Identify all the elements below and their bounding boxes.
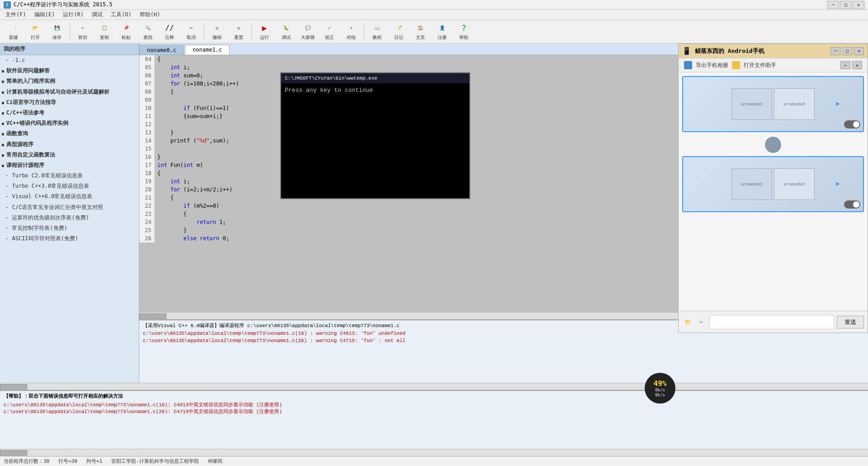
toolbar-sep1 (70, 23, 70, 40)
sidebar-item-software[interactable]: 软件应用问题解答 (0, 66, 139, 76)
sidebar-item-custom-funcs[interactable]: 常用自定义函数算法 (0, 150, 139, 160)
toggle-switch-2[interactable] (844, 200, 860, 209)
tutorial-icon: 📖 (372, 23, 382, 33)
sidebar-item-vc-errors[interactable]: VC++错误代码及程序实例 (0, 118, 139, 128)
sidebar-item-1c[interactable]: -1.c (0, 55, 139, 66)
run-icon: ▶ (259, 23, 270, 33)
console-body[interactable]: Press any key to continue (281, 83, 469, 198)
android-scissors-icon[interactable]: ✂ (696, 317, 707, 328)
toggle-switch-1[interactable] (844, 120, 860, 128)
status-line: 行号=30 (58, 458, 77, 465)
toolbar-copy-button[interactable]: 📋 复制 (94, 21, 114, 42)
app-icon: C (4, 1, 11, 9)
console-title-bar: C:\JMSOFT\CYuYan\bin\wwtemp.exe (281, 73, 469, 83)
cut-icon: ✂ (77, 23, 88, 33)
android-minimize-button[interactable]: ─ (830, 47, 840, 55)
android-close-button[interactable]: ✕ (854, 47, 864, 55)
toolbar-new-button[interactable]: 📄 新建 (4, 21, 24, 42)
sidebar-item-turbo-cpp3[interactable]: Turbo C++3.0常见错误信息表 (0, 181, 139, 191)
minimize-button[interactable]: ─ (827, 1, 839, 9)
debug-icon: 🐛 (281, 23, 292, 33)
android-toolbar: 导出手机相册 打开文件助手 ─ ✕ (679, 58, 868, 72)
toolbar-redo-button[interactable]: ↻ 重置 (229, 21, 249, 42)
redo-icon: ↻ (233, 23, 244, 33)
sidebar-item-typical[interactable]: 典型源程序 (0, 139, 139, 150)
help-line-2[interactable]: c:\users\86135\appdata\local\temp\temp77… (4, 408, 864, 415)
console-message: Press any key to continue (285, 87, 373, 94)
main-container: C C/C++程序设计学习与实验系统 2015.5 ─ □ ✕ 文件(F) 编辑… (0, 0, 868, 466)
android-send-button[interactable]: 发送 (837, 316, 864, 328)
bottom-h-scrollbar[interactable] (0, 449, 868, 456)
status-rows: 当前程序总行数：30 (4, 458, 49, 465)
menu-run[interactable]: 运行(R) (59, 10, 87, 19)
toolbar-sep2 (204, 23, 204, 40)
sidebar-item-functions[interactable]: 函数查询 (0, 128, 139, 139)
close-button[interactable]: ✕ (853, 1, 864, 9)
android-panel: 📱 鲸落东西的 Android手机 ─ □ ✕ 导出手机相册 打开文件助手 ─ … (678, 43, 868, 333)
sidebar-item-exam[interactable]: 计算机等级模拟考试与自动评分及试题解析 (0, 87, 139, 97)
toolbar-help-button[interactable]: ? 帮助 (454, 21, 474, 42)
sidebar-item-operators[interactable]: 运算符的优先级别次序表(免费) (0, 213, 139, 223)
maximize-button[interactable]: □ (840, 1, 852, 9)
toolbar-find-button[interactable]: 🔍 查找 (138, 21, 158, 42)
toolbar-cancel-button[interactable]: ↩ 取消 (181, 21, 201, 42)
title-bar-controls: ─ □ ✕ (827, 1, 864, 9)
toolbar-save-button[interactable]: 💾 保存 (47, 21, 67, 42)
toolbar-undo-button[interactable]: ↺ 撤销 (207, 21, 227, 42)
menu-tools[interactable]: 工具(O) (107, 10, 135, 19)
sidebar-item-course-design[interactable]: 课程设计源程序 (0, 160, 139, 171)
toolbar-diary-button[interactable]: 📝 日记 (389, 21, 409, 42)
toolbar-chat-button[interactable]: 💬 大家聊 (298, 21, 318, 42)
toolbar-comment-button[interactable]: // 注释 (160, 21, 179, 42)
save-icon: 💾 (52, 23, 62, 33)
android-content: screenshot screenshot ➤ 9:28: (679, 72, 868, 311)
android-toolbar-right: ─ ✕ (840, 61, 862, 69)
console-window: C:\JMSOFT\CYuYan\bin\wwtemp.exe Press an… (280, 72, 470, 199)
sidebar-item-clang[interactable]: Ci语言学习方法指导 (0, 97, 139, 108)
android-export-photos[interactable]: 导出手机相册 (684, 61, 728, 69)
android-open-files[interactable]: 打开文件助手 (732, 61, 776, 69)
sidebar-item-intro[interactable]: 简单的入门程序实例 (0, 76, 139, 86)
menu-debug[interactable]: 调试 (88, 10, 106, 19)
toolbar-run-button[interactable]: ▶ 运行 (255, 21, 274, 42)
toolbar-debug-button[interactable]: 🐛 调试 (276, 21, 296, 42)
help-line-1[interactable]: c:\users\86135\appdata\local\temp\temp77… (4, 401, 864, 408)
tab-noname0[interactable]: noname0.c (139, 45, 184, 55)
console-title: C:\JMSOFT\CYuYan\bin\wwtemp.exe (285, 76, 377, 81)
code-h-scrollbar-thumb[interactable] (139, 314, 166, 319)
toolbar-correct-button[interactable]: ✓ 校正 (320, 21, 340, 42)
status-col: 列号=1 (86, 458, 102, 465)
android-bottom: 📁 ✂ 发送 (679, 311, 868, 333)
sidebar-item-turbo-c2[interactable]: Turbo C2.0常见错误信息表 (0, 171, 139, 181)
status-school: 安阳工学院-计算机科学与信息工程学院 (111, 458, 199, 465)
sidebar-item-vocab[interactable]: C/C语言常见专业词汇分类中英文对照 (0, 202, 139, 213)
android-toolbar-close[interactable]: ✕ (852, 61, 862, 69)
android-folder-icon[interactable]: 📁 (682, 317, 693, 328)
main-h-scrollbar-thumb[interactable] (0, 384, 27, 390)
menu-edit[interactable]: 编辑(E) (31, 10, 59, 19)
toolbar-tutorial-button[interactable]: 📖 教程 (367, 21, 387, 42)
tab-noname1[interactable]: noname1.c (185, 45, 230, 55)
help-icon: ? (458, 23, 469, 33)
android-maximize-button[interactable]: □ (842, 47, 852, 55)
output-line-2[interactable]: c:\users\86135\appdata\local\temp\temp77… (143, 337, 864, 345)
bottom-h-scrollbar-thumb[interactable] (0, 450, 27, 456)
toolbar-register-button[interactable]: 👤 注册 (432, 21, 452, 42)
sidebar-item-control-chars[interactable]: 常见控制字符表(免费) (0, 223, 139, 233)
menu-file[interactable]: 文件(F) (2, 10, 30, 19)
android-toolbar-min[interactable]: ─ (840, 61, 850, 69)
toolbar-cut-button[interactable]: ✂ 剪切 (73, 21, 93, 42)
android-message-input[interactable] (709, 315, 834, 329)
menu-help[interactable]: 帮助(H) (136, 10, 164, 19)
sidebar-item-ascii[interactable]: ASCII码字符对照表(免费) (0, 233, 139, 244)
bottom-help-content: 【帮助】：双击下面错误信息即可打开相应的解决方法 c:\users\86135\… (0, 391, 868, 417)
toolbar-paste-button[interactable]: 📌 粘贴 (116, 21, 136, 42)
toolbar-open-button[interactable]: 📂 打开 (25, 21, 45, 42)
correct-icon: ✓ (324, 23, 335, 33)
toolbar-duilin-button[interactable]: ⚡ 对练 (341, 21, 361, 42)
sidebar-item-cpp-ref[interactable]: C/C++语法参考 (0, 108, 139, 118)
undo-icon: ↺ (212, 23, 222, 33)
toolbar-home-button[interactable]: 🏠 主页 (410, 21, 430, 42)
main-h-scrollbar[interactable] (0, 383, 868, 390)
sidebar-item-vc6[interactable]: Visual C++6.0常见错误信息表 (0, 191, 139, 202)
